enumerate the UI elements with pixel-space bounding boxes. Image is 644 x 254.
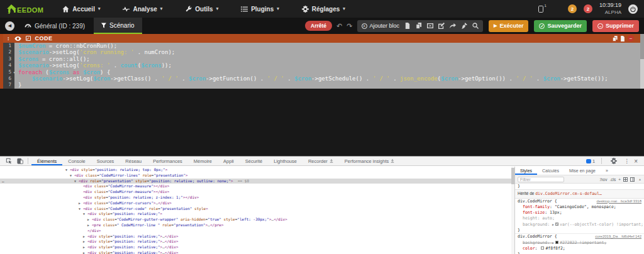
editor-scrollbar-thumb[interactable]	[640, 34, 644, 59]
styles-filter-input[interactable]	[518, 177, 564, 182]
tree-row[interactable]: <div class="CodeMirror-measure"></div>	[0, 189, 514, 195]
css-property[interactable]: font-size: 13px;	[515, 210, 644, 216]
code-line[interactable]: 2$scenario->setLog('cron running: ' . nu…	[3, 49, 644, 55]
chevron-collapsed-icon[interactable]: ▶	[87, 217, 92, 223]
tree-scrollbar-thumb[interactable]	[511, 168, 514, 184]
devtools-tab[interactable]: Appli	[218, 157, 240, 165]
code-line[interactable]: 4$scenario->setLog('crons: ' . count($cr…	[3, 62, 644, 69]
error-badge[interactable]: 2	[584, 4, 592, 13]
chevron-collapsed-icon[interactable]: ▶	[83, 245, 87, 250]
undo-icon[interactable]: ↶	[336, 23, 342, 30]
execute-button[interactable]: ▶ Exécuter	[489, 20, 528, 32]
tree-row[interactable]: ▶<div style="position: relative;">…</div…	[0, 234, 514, 240]
add-block-button[interactable]: + Ajouter bloc	[362, 23, 400, 29]
inspect-element-icon[interactable]	[6, 158, 12, 164]
tree-row[interactable]: ▶<div class="CodeMirror-gutter-wrapper" …	[0, 217, 514, 223]
devtools-tab[interactable]: Éléments	[31, 157, 62, 165]
warning-badge[interactable]: 2	[568, 4, 577, 13]
styles-tab[interactable]: Mise en page	[564, 167, 601, 175]
css-property[interactable]: color: #f8f8f2;	[515, 246, 644, 251]
devtools-tab[interactable]: Lighthouse	[268, 157, 303, 165]
redo-icon[interactable]: ↷	[347, 23, 352, 30]
fold-icon[interactable]: ▾	[13, 69, 15, 75]
devtools-tab[interactable]: Recorder	[303, 157, 339, 165]
expand-triangle-icon[interactable]: ▶	[552, 241, 554, 245]
nav-item-accueil[interactable]: Accueil▾	[62, 6, 100, 13]
chevron-expanded-icon[interactable]: ▼	[70, 173, 74, 179]
tree-row[interactable]: ▶<div style="position: relative;">…</div…	[0, 250, 514, 254]
css-property[interactable]: height: auto;	[515, 216, 644, 221]
css-property[interactable]: background: ▶#272822 !important;	[515, 240, 644, 246]
tree-row[interactable]: …▼<div role="presentation" style="positi…	[0, 179, 514, 184]
nav-item-outils[interactable]: Outils▾	[185, 6, 218, 13]
settings-gear-icon[interactable]	[611, 158, 617, 164]
copy-icon[interactable]	[416, 23, 422, 29]
nav-item-réglages[interactable]: Réglages▾	[302, 6, 345, 13]
tree-row[interactable]: ▶<div class="CodeMirror-cursors">…</div>	[0, 201, 514, 206]
chevron-expanded-icon[interactable]: ▼	[83, 211, 87, 217]
chevron-collapsed-icon[interactable]: ▶	[79, 201, 83, 206]
tree-row[interactable]: ▼<div class="CodeMirror-lines" role="pre…	[0, 173, 514, 179]
code-line[interactable]: 1$numCron = cron::nbCronRun();	[3, 43, 644, 49]
tree-row[interactable]: </div>	[0, 228, 514, 234]
stylesheet-source-link[interactable]: desktop.mai…bca3df:3318	[597, 199, 641, 204]
code-line[interactable]: 7}	[3, 82, 644, 88]
tree-row[interactable]: <div style="position: relative; z-index:…	[0, 195, 514, 201]
paste-block-icon[interactable]	[620, 36, 625, 41]
tree-row[interactable]: ▶<div style="position: relative;">…</div…	[0, 245, 514, 250]
chevron-expanded-icon[interactable]: ▼	[79, 206, 83, 212]
chevron-collapsed-icon[interactable]: ▶	[87, 223, 92, 228]
devtools-close-icon[interactable]: ×	[634, 158, 638, 165]
logout-button[interactable]	[628, 4, 638, 14]
styles-toolbar-button[interactable]: +	[618, 177, 621, 182]
devtools-tab[interactable]: Sources	[91, 157, 120, 165]
css-property[interactable]: background: ▶var(--objectTxt-color) !imp…	[515, 222, 644, 228]
chevron-collapsed-icon[interactable]: ▶	[83, 250, 87, 254]
tree-scrollbar[interactable]	[511, 167, 514, 254]
tree-row[interactable]: ▼<div style="position: relative; top: 0p…	[0, 167, 514, 173]
tree-row[interactable]: ▼<div class="CodeMirror-code" role="pres…	[0, 206, 514, 212]
tree-row[interactable]: <div class="CodeMirror-measure"></div>	[0, 184, 514, 189]
chevron-expanded-icon[interactable]: ▼	[65, 167, 70, 173]
log-screen-icon[interactable]	[427, 23, 433, 29]
sidebar-layout-icon[interactable]	[630, 177, 635, 182]
nav-item-plugins[interactable]: Plugins▾	[241, 6, 279, 13]
export-file-icon[interactable]	[404, 23, 411, 29]
enabled-checkbox[interactable]: ✓	[26, 36, 31, 41]
share-icon[interactable]	[450, 23, 456, 29]
styles-tab[interactable]: Calculés	[537, 167, 564, 175]
copy-block-icon[interactable]	[613, 36, 618, 41]
tab-scenario[interactable]: Scénario	[94, 18, 142, 34]
code-editor[interactable]: 1$numCron = cron::nbCronRun();2$scenario…	[0, 43, 644, 89]
chevron-collapsed-icon[interactable]: ▶	[83, 234, 87, 240]
scroll-up-icon[interactable]: ▲	[638, 177, 641, 181]
tree-row[interactable]: ▶<div style="position: relative;">…</div…	[0, 239, 514, 245]
styles-tab[interactable]: Styles	[515, 167, 537, 175]
drag-handle-icon[interactable]: ↕	[7, 36, 10, 41]
save-button[interactable]: ✓ Sauvegarder	[534, 20, 587, 32]
code-line[interactable]: 3$crons = cron::all();	[3, 56, 644, 62]
devtools-tab[interactable]: Performance insights	[339, 157, 400, 165]
color-swatch[interactable]	[555, 241, 558, 244]
color-swatch[interactable]	[555, 223, 558, 226]
styles-toolbar-button[interactable]: :hov	[599, 177, 607, 182]
grid-toggle-icon[interactable]	[623, 177, 628, 182]
devtools-menu-icon[interactable]: ⋮	[624, 158, 630, 164]
back-button[interactable]: ◀	[5, 21, 14, 31]
css-property[interactable]: font-family: "CamingoCode", monospace;	[515, 204, 644, 210]
tree-row[interactable]: ▶<pre class=" CodeMirror-line " role="pr…	[0, 223, 514, 228]
eye-icon[interactable]	[14, 36, 21, 41]
chevron-collapsed-icon[interactable]: ▶	[83, 239, 87, 245]
code-line[interactable]: 6 $scenario->setLog($cron->getClass() . …	[3, 75, 644, 82]
chevron-expanded-icon[interactable]: ▼	[74, 179, 79, 184]
edit-icon[interactable]	[438, 23, 445, 29]
devtools-tab[interactable]: Réseau	[119, 157, 147, 165]
devtools-tab[interactable]: Mémoire	[188, 157, 218, 165]
expand-triangle-icon[interactable]: ▶	[552, 223, 554, 226]
stylesheet-source-link[interactable]: core2019_Da…fd6d4ef:142	[595, 234, 641, 240]
jeedom-logo[interactable]: EEDOM	[6, 4, 43, 14]
delete-button[interactable]: – Supprimer	[592, 20, 639, 32]
search-icon[interactable]	[472, 23, 479, 29]
code-line[interactable]: 5▾foreach ($crons as $cron) {	[3, 69, 644, 75]
color-swatch[interactable]	[541, 246, 544, 250]
